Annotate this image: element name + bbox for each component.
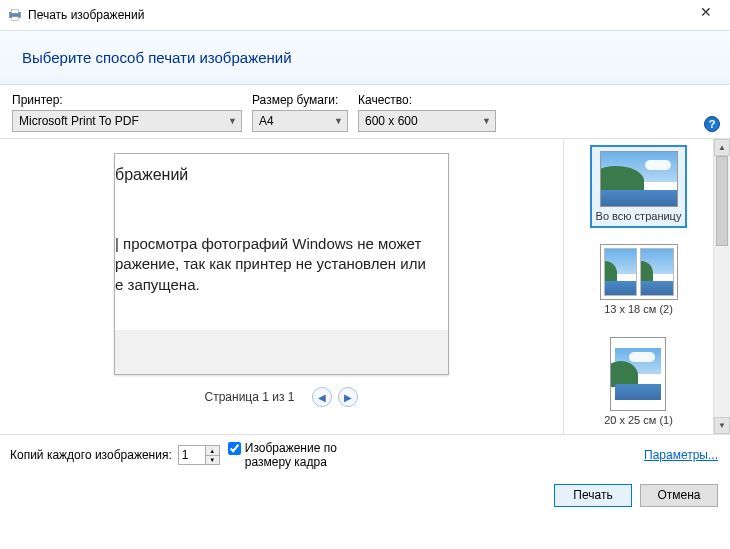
quality-combo[interactable]: 600 x 600 ▼ (358, 110, 496, 132)
fit-frame-checkbox[interactable] (228, 442, 241, 455)
pager: Страница 1 из 1 ◀ ▶ (205, 387, 359, 407)
scroll-thumb[interactable] (716, 156, 728, 246)
layout-full-page[interactable]: Во всю страницу (590, 145, 688, 228)
titlebar: Печать изображений ✕ (0, 0, 730, 30)
printer-label: Принтер: (12, 93, 242, 107)
scroll-down-button[interactable]: ▼ (714, 417, 730, 434)
svg-rect-1 (12, 10, 19, 14)
layout-label: 20 x 25 см (1) (604, 414, 673, 426)
preview-pane: бражений | просмотра фотографий Windows … (0, 139, 563, 434)
window-title: Печать изображений (28, 8, 144, 22)
paper-value: A4 (259, 114, 274, 128)
help-icon[interactable]: ? (704, 116, 720, 132)
chevron-down-icon: ▼ (334, 116, 343, 126)
controls-row: Принтер: Microsoft Print To PDF ▼ Размер… (0, 85, 730, 138)
copies-spinner[interactable]: ▲ ▼ (178, 445, 220, 465)
paper-label: Размер бумаги: (252, 93, 348, 107)
next-page-button[interactable]: ▶ (338, 387, 358, 407)
copies-label: Копий каждого изображения: (10, 448, 172, 462)
layout-label: Во всю страницу (596, 210, 682, 222)
copies-input[interactable] (179, 446, 205, 464)
spin-up-button[interactable]: ▲ (206, 446, 219, 456)
printer-app-icon (8, 8, 22, 22)
fit-frame-option[interactable]: Изображение по размеру кадра (228, 441, 385, 470)
layouts-scrollbar[interactable]: ▲ ▼ (713, 139, 730, 434)
page-heading: Выберите способ печати изображений (22, 49, 708, 66)
preview-doc-title: бражений (115, 166, 188, 184)
preview-line: | просмотра фотографий Windows не может (115, 234, 449, 254)
layout-thumb (600, 244, 678, 300)
chevron-down-icon: ▼ (482, 116, 491, 126)
chevron-down-icon: ▼ (228, 116, 237, 126)
lower-bar: Копий каждого изображения: ▲ ▼ Изображен… (0, 434, 730, 476)
printer-value: Microsoft Print To PDF (19, 114, 139, 128)
layout-label: 13 x 18 см (2) (604, 303, 673, 315)
preview-line: ражение, так как принтер не установлен и… (115, 254, 449, 274)
cancel-button[interactable]: Отмена (640, 484, 718, 507)
preview-doc-body: | просмотра фотографий Windows не может … (115, 234, 449, 295)
buttons-row: Печать Отмена (0, 476, 730, 517)
layouts-pane[interactable]: Во всю страницу 13 x 18 см (2) 20 x 25 с… (563, 139, 713, 434)
layout-thumb (600, 151, 678, 207)
printer-combo[interactable]: Microsoft Print To PDF ▼ (12, 110, 242, 132)
close-icon[interactable]: ✕ (690, 4, 722, 20)
preview-page: бражений | просмотра фотографий Windows … (114, 153, 449, 375)
preview-footer-shade (115, 330, 448, 374)
quality-label: Качество: (358, 93, 496, 107)
options-link[interactable]: Параметры... (644, 448, 718, 462)
paper-combo[interactable]: A4 ▼ (252, 110, 348, 132)
spin-down-button[interactable]: ▼ (206, 456, 219, 465)
pager-text: Страница 1 из 1 (205, 390, 295, 404)
layout-13x18[interactable]: 13 x 18 см (2) (594, 238, 684, 321)
svg-rect-2 (12, 17, 19, 21)
preview-line: е запущена. (115, 275, 449, 295)
header-band: Выберите способ печати изображений (0, 30, 730, 85)
scroll-up-button[interactable]: ▲ (714, 139, 730, 156)
layout-20x25[interactable]: 20 x 25 см (1) (598, 331, 679, 432)
quality-value: 600 x 600 (365, 114, 418, 128)
main-area: бражений | просмотра фотографий Windows … (0, 139, 730, 434)
layout-thumb (610, 337, 666, 411)
prev-page-button[interactable]: ◀ (312, 387, 332, 407)
print-button[interactable]: Печать (554, 484, 632, 507)
fit-frame-label: Изображение по размеру кадра (245, 441, 385, 470)
